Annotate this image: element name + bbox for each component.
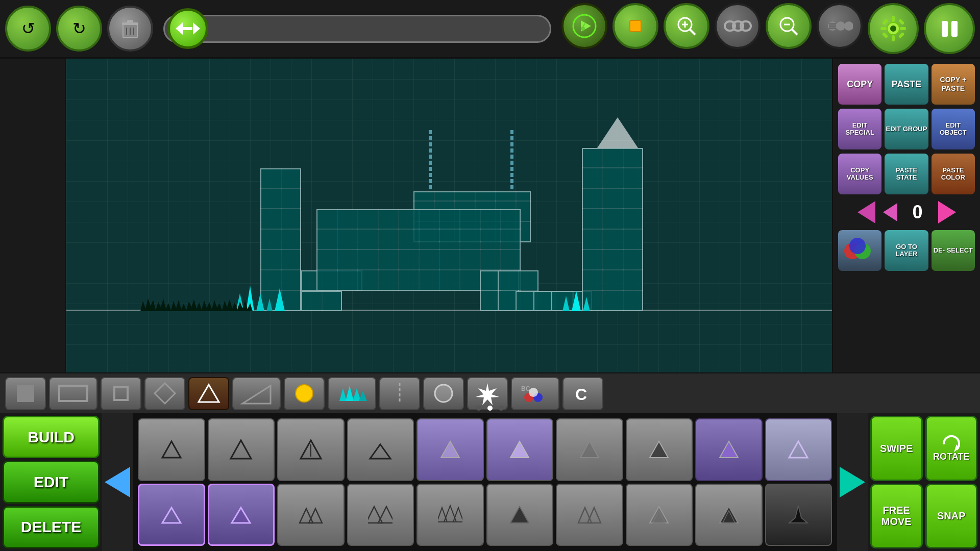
obj-triangle-dark[interactable] bbox=[486, 484, 554, 546]
svg-marker-69 bbox=[370, 444, 390, 459]
tab-burst[interactable] bbox=[467, 377, 508, 410]
paste-button[interactable]: PASTE bbox=[885, 64, 928, 105]
svg-marker-73 bbox=[650, 441, 668, 458]
delete-button[interactable] bbox=[107, 6, 153, 52]
right-panel: COPY PASTE COPY + PASTE EDIT SPECIAL EDI… bbox=[832, 59, 980, 372]
layer-prev-small-button[interactable] bbox=[883, 203, 897, 221]
deselect-button[interactable]: DE- SELECT bbox=[932, 230, 975, 271]
edit-badges-button[interactable] bbox=[817, 3, 863, 49]
tab-chain[interactable] bbox=[379, 377, 420, 410]
editor-canvas[interactable] bbox=[66, 59, 832, 372]
copy-values-button[interactable]: COPY VALUES bbox=[838, 154, 881, 194]
layer-next-button[interactable] bbox=[938, 201, 956, 223]
edit-special-button[interactable]: EDIT SPECIAL bbox=[838, 109, 881, 149]
svg-marker-84 bbox=[453, 508, 462, 522]
svg-marker-79 bbox=[309, 509, 322, 523]
svg-marker-78 bbox=[300, 509, 313, 523]
svg-rect-2 bbox=[127, 20, 133, 23]
build-mode-button[interactable]: BUILD bbox=[3, 416, 100, 458]
record-button[interactable] bbox=[612, 3, 658, 49]
obj-triangle-9[interactable] bbox=[695, 418, 763, 481]
prev-page-arrow-icon bbox=[105, 467, 130, 497]
obj-triangle-1[interactable] bbox=[138, 418, 205, 481]
svg-rect-32 bbox=[892, 16, 895, 22]
obj-triangle-4[interactable] bbox=[347, 418, 414, 481]
tab-triangle-active[interactable] bbox=[188, 377, 229, 410]
obj-triangle-dark-inner[interactable] bbox=[695, 484, 763, 546]
obj-triangle-11[interactable] bbox=[138, 484, 205, 546]
ground-platform-2 bbox=[301, 291, 342, 311]
snap-button[interactable]: SNAP bbox=[925, 484, 978, 549]
grass-left bbox=[140, 298, 253, 311]
settings-button[interactable] bbox=[868, 3, 919, 54]
obj-mountain-dark[interactable] bbox=[556, 484, 623, 546]
obj-mountain-3[interactable] bbox=[416, 484, 484, 546]
paste-color-button[interactable]: PASTE COLOR bbox=[932, 154, 975, 194]
color-balls-button[interactable] bbox=[838, 230, 881, 271]
svg-marker-86 bbox=[578, 508, 592, 523]
tab-sphere[interactable] bbox=[423, 377, 464, 410]
prev-page-button[interactable] bbox=[102, 413, 133, 551]
zoom-out-button[interactable] bbox=[766, 3, 812, 49]
svg-marker-52 bbox=[339, 388, 347, 401]
obj-triangle-10[interactable] bbox=[765, 418, 832, 481]
dot-2[interactable] bbox=[487, 406, 493, 411]
dot-3[interactable] bbox=[499, 406, 504, 411]
tab-rect-outline[interactable] bbox=[49, 377, 97, 410]
edit-object-button[interactable]: EDIT OBJECT bbox=[932, 109, 975, 149]
obj-mountain-1[interactable] bbox=[277, 484, 345, 546]
layer-row: GO TO LAYER DE- SELECT bbox=[838, 230, 975, 271]
copy-button[interactable]: COPY bbox=[838, 64, 881, 105]
dot-1[interactable] bbox=[476, 406, 481, 411]
obj-mountain-2[interactable] bbox=[347, 484, 414, 546]
obj-triangle-12[interactable] bbox=[208, 484, 275, 546]
next-page-button[interactable] bbox=[837, 413, 868, 551]
app: ↺ ↻ bbox=[0, 0, 980, 551]
layer-number: 0 bbox=[905, 202, 930, 223]
redo-button[interactable]: ↻ bbox=[56, 6, 102, 52]
svg-marker-81 bbox=[378, 507, 393, 523]
tab-square-solid[interactable] bbox=[5, 377, 46, 410]
go-to-layer-button[interactable]: GO TO LAYER bbox=[885, 230, 928, 271]
edit-mode-button[interactable]: EDIT bbox=[3, 461, 100, 503]
svg-rect-46 bbox=[59, 386, 87, 401]
music-button[interactable] bbox=[561, 3, 607, 49]
obj-triangle-gray-outline[interactable] bbox=[626, 484, 693, 546]
tab-diamond[interactable] bbox=[144, 377, 185, 410]
tab-letter-c[interactable]: C bbox=[562, 377, 603, 410]
rotate-button[interactable]: ROTATE bbox=[925, 416, 978, 481]
progress-handle[interactable] bbox=[167, 8, 208, 49]
svg-text:C: C bbox=[575, 385, 587, 404]
svg-marker-88 bbox=[650, 507, 668, 523]
tall-platform bbox=[582, 148, 643, 311]
tab-color-bc[interactable]: BC bbox=[511, 377, 559, 410]
tab-slope[interactable] bbox=[232, 377, 281, 410]
layer-prev-button[interactable] bbox=[857, 201, 875, 223]
svg-marker-87 bbox=[587, 508, 601, 523]
svg-line-22 bbox=[792, 29, 797, 35]
progress-bar[interactable] bbox=[163, 15, 551, 43]
obj-crown[interactable] bbox=[765, 484, 832, 546]
svg-marker-59 bbox=[476, 383, 499, 405]
zoom-in-button[interactable] bbox=[664, 3, 709, 49]
free-move-button[interactable]: FREE MOVE bbox=[870, 484, 923, 549]
pause-button[interactable] bbox=[924, 3, 975, 54]
obj-triangle-7[interactable] bbox=[556, 418, 623, 481]
obj-triangle-3[interactable] bbox=[277, 418, 345, 481]
edit-group-button[interactable]: EDIT GROUP bbox=[885, 109, 928, 149]
link-button[interactable] bbox=[715, 3, 761, 49]
undo-button[interactable]: ↺ bbox=[5, 6, 51, 52]
swipe-button[interactable]: SWIPE bbox=[870, 416, 923, 481]
obj-triangle-5[interactable] bbox=[416, 418, 484, 481]
tab-spikes[interactable] bbox=[328, 377, 376, 410]
delete-mode-button[interactable]: DELETE bbox=[3, 506, 100, 548]
paste-state-button[interactable]: PASTE STATE bbox=[885, 154, 928, 194]
object-grid bbox=[133, 413, 837, 551]
obj-triangle-8[interactable] bbox=[626, 418, 693, 481]
middle-section: COPY PASTE COPY + PASTE EDIT SPECIAL EDI… bbox=[0, 59, 980, 372]
tab-circle[interactable] bbox=[284, 377, 325, 410]
obj-triangle-2[interactable] bbox=[208, 418, 275, 481]
obj-triangle-6[interactable] bbox=[486, 418, 554, 481]
copy-paste-button[interactable]: COPY + PASTE bbox=[932, 64, 975, 105]
tab-square-small[interactable] bbox=[101, 377, 141, 410]
